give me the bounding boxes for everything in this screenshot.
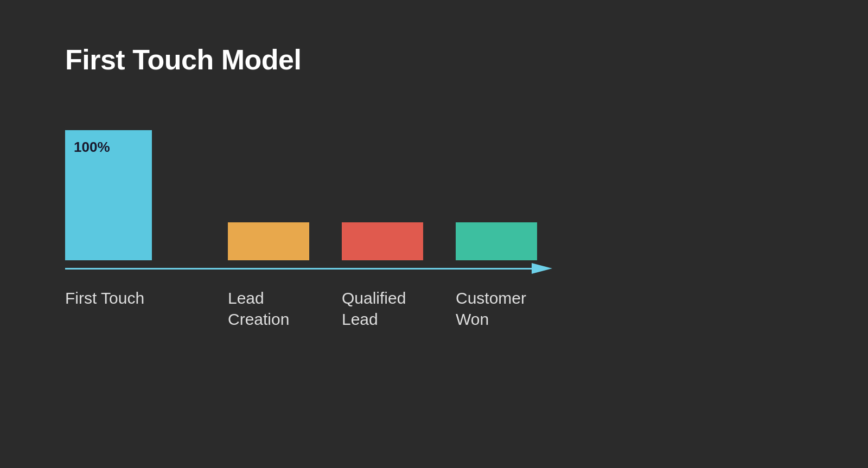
label-lead-creation-line1: Lead	[228, 287, 342, 309]
label-first-touch: First Touch	[65, 287, 228, 309]
label-qualified-lead-line1: Qualified	[342, 287, 456, 309]
bar-customer-won	[456, 222, 537, 260]
chart-wrapper: 100%	[65, 119, 803, 330]
label-group-customer-won: Customer Won	[456, 287, 570, 330]
label-group-first-touch: First Touch	[65, 287, 228, 309]
bar-qualified-lead	[342, 222, 423, 260]
label-qualified-lead-line2: Lead	[342, 309, 456, 330]
bar-lead-creation	[228, 222, 309, 260]
page-title: First Touch Model	[65, 43, 803, 76]
bar-group-customer-won	[456, 222, 537, 260]
label-lead-creation-line2: Creation	[228, 309, 342, 330]
slide-container: First Touch Model 100%	[0, 0, 868, 468]
bar-group-first-touch: 100%	[65, 130, 152, 260]
axis-container	[65, 260, 553, 277]
bars-container: 100%	[65, 119, 803, 260]
svg-marker-0	[532, 263, 552, 274]
axis-arrow-icon	[532, 260, 553, 277]
label-customer-won-line2: Won	[456, 309, 570, 330]
bar-first-touch: 100%	[65, 130, 152, 260]
bar-group-qualified-lead	[342, 222, 423, 260]
bar-group-lead-creation	[228, 222, 309, 260]
bar-percentage-first-touch: 100%	[74, 139, 110, 156]
label-customer-won-line1: Customer	[456, 287, 570, 309]
axis-line	[65, 268, 532, 270]
label-group-qualified-lead: Qualified Lead	[342, 287, 456, 330]
label-group-lead-creation: Lead Creation	[228, 287, 342, 330]
labels-container: First Touch Lead Creation Qualified Lead…	[65, 287, 803, 330]
